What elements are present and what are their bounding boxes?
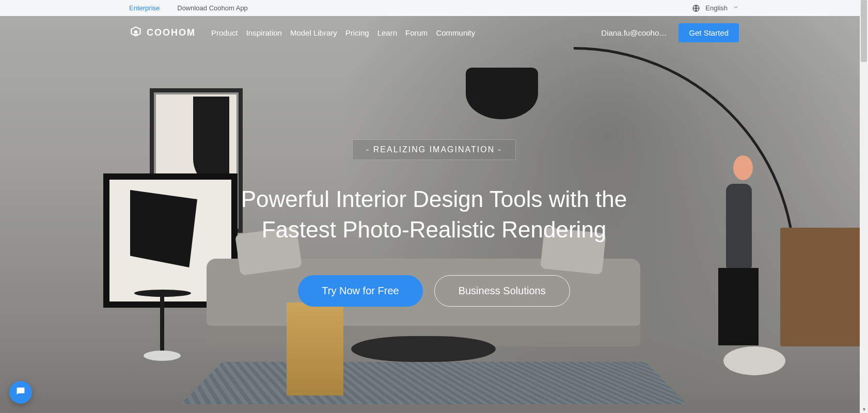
hero-section: COOHOM Product Inspiration Model Library… bbox=[0, 16, 868, 413]
globe-icon bbox=[692, 4, 700, 12]
brand-logo-icon bbox=[129, 26, 143, 39]
top-utility-bar: Enterprise Download Coohom App English bbox=[0, 0, 868, 16]
nav-pricing[interactable]: Pricing bbox=[345, 28, 369, 37]
svg-point-1 bbox=[135, 31, 137, 33]
chat-widget-button[interactable] bbox=[9, 381, 32, 404]
decor-floor-disc bbox=[723, 346, 785, 375]
brand-logo[interactable]: COOHOM bbox=[129, 26, 196, 39]
hero-tagline: - REALIZING IMAGINATION - bbox=[352, 139, 516, 160]
browser-scrollbar[interactable]: ▾ bbox=[860, 0, 868, 413]
chat-icon bbox=[15, 386, 26, 399]
hero-content: - REALIZING IMAGINATION - Powerful Inter… bbox=[0, 139, 868, 307]
decor-rug bbox=[181, 362, 687, 404]
hero-cta-row: Try Now for Free Business Solutions bbox=[298, 275, 570, 307]
topbar-left: Enterprise Download Coohom App bbox=[129, 4, 248, 12]
nav-model-library[interactable]: Model Library bbox=[290, 28, 337, 37]
enterprise-link[interactable]: Enterprise bbox=[129, 4, 160, 12]
main-nav: COOHOM Product Inspiration Model Library… bbox=[0, 16, 868, 49]
nav-community[interactable]: Community bbox=[436, 28, 475, 37]
get-started-button[interactable]: Get Started bbox=[678, 23, 739, 42]
user-email[interactable]: Diana.fu@coohom... bbox=[601, 28, 668, 37]
nav-learn[interactable]: Learn bbox=[377, 28, 397, 37]
nav-links: Product Inspiration Model Library Pricin… bbox=[211, 28, 475, 37]
try-free-button[interactable]: Try Now for Free bbox=[298, 275, 422, 307]
decor-gold-block bbox=[287, 303, 343, 395]
scrollbar-thumb[interactable] bbox=[861, 0, 867, 62]
nav-inspiration[interactable]: Inspiration bbox=[246, 28, 282, 37]
decor-coffee-table bbox=[351, 336, 496, 362]
nav-product[interactable]: Product bbox=[211, 28, 238, 37]
business-solutions-button[interactable]: Business Solutions bbox=[434, 275, 570, 307]
svg-rect-2 bbox=[17, 389, 23, 393]
hero-headline: Powerful Interior Design Tools with the … bbox=[238, 184, 630, 245]
scrollbar-arrow-down-icon[interactable]: ▾ bbox=[860, 405, 868, 413]
chevron-down-icon bbox=[733, 4, 739, 12]
language-selector[interactable]: English bbox=[692, 4, 739, 12]
brand-name: COOHOM bbox=[147, 27, 196, 38]
nav-forum[interactable]: Forum bbox=[405, 28, 428, 37]
language-label: English bbox=[705, 4, 728, 12]
decor-side-table-base bbox=[144, 351, 181, 361]
download-app-link[interactable]: Download Coohom App bbox=[177, 4, 248, 12]
decor-lamp-shade bbox=[466, 68, 538, 119]
